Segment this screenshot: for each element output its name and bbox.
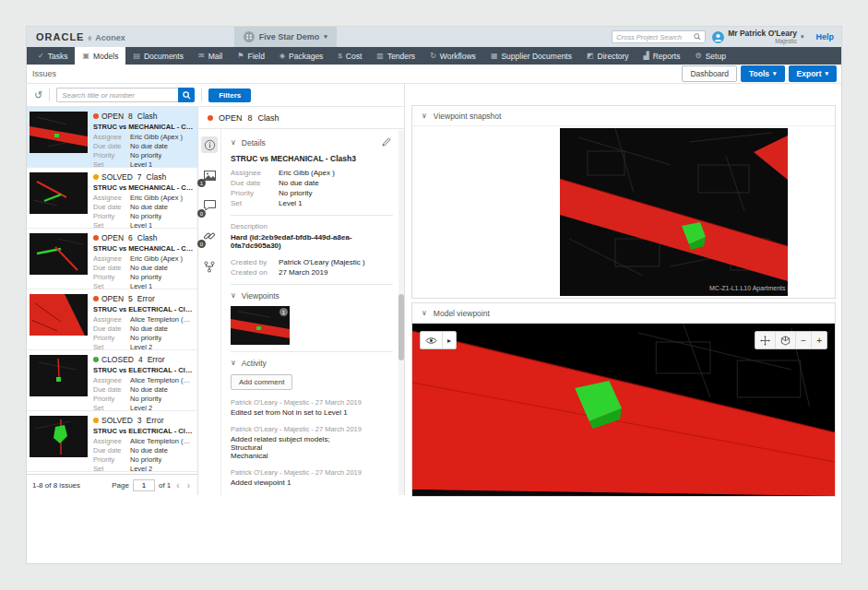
chevron-down-icon: ∨ xyxy=(422,112,427,120)
help-link[interactable]: Help xyxy=(815,32,834,41)
model-viewpoint-header[interactable]: ∨ Model viewpoint xyxy=(412,303,835,324)
pagination-bar: 1-8 of 8 issues Page of 1 ‹ › xyxy=(27,474,197,495)
tools-button[interactable]: Tools▾ xyxy=(741,65,785,82)
status-dot xyxy=(93,357,99,362)
viewpoint-snapshot-panel: ∨ Viewpoint snapshot xyxy=(411,105,836,299)
nav-tab-reports[interactable]: ▟Reports xyxy=(636,47,688,65)
nav-tab-tasks[interactable]: ✓Tasks xyxy=(30,47,75,65)
scrollbar-thumb[interactable] xyxy=(398,294,404,360)
user-organization: Majestic xyxy=(775,39,797,45)
nav-tab-packages[interactable]: ◈Packages xyxy=(272,47,331,65)
divider xyxy=(49,88,50,101)
model-render xyxy=(412,324,835,496)
activity-section-header[interactable]: ∨ Activity xyxy=(231,359,393,368)
packages-icon: ◈ xyxy=(279,52,285,60)
viewpoint-snapshot-title: Viewpoint snapshot xyxy=(434,112,502,121)
viewpoints-section-title: Viewpoints xyxy=(242,291,279,301)
refresh-icon[interactable]: ↺ xyxy=(34,90,42,100)
field-label: Due date xyxy=(93,142,130,151)
chevron-down-icon: ∨ xyxy=(422,310,427,317)
zoom-out-button[interactable]: − xyxy=(795,332,811,348)
chevron-down-icon: ▾ xyxy=(825,70,828,77)
issue-number: 6 xyxy=(128,233,133,242)
nav-tab-documents[interactable]: ▤Documents xyxy=(125,47,191,65)
issue-card-7[interactable]: SOLVED7Clash STRUC vs MECHANICAL - Clash… xyxy=(27,168,197,229)
user-menu[interactable]: Mr Patrick O'Leary Majestic ▾ xyxy=(712,30,803,44)
field-value: Alice Templeton (Enzic... xyxy=(130,437,194,446)
model-viewpoint-panel: ∨ Model viewpoint xyxy=(411,302,836,497)
page-actions: Dashboard Tools▾ Export▾ xyxy=(682,65,837,82)
issue-card-8[interactable]: OPEN8Clash STRUC vs MECHANICAL - Clash3 … xyxy=(27,107,197,168)
nav-label: Supplier Documents xyxy=(501,52,572,61)
field-label: Priority xyxy=(93,395,130,404)
export-button[interactable]: Export▾ xyxy=(789,65,837,82)
model-viewpoint-canvas[interactable]: ▸ − + xyxy=(412,324,835,496)
field-value: No priority xyxy=(130,334,161,343)
nav-tab-field[interactable]: ⚑Field xyxy=(230,47,272,65)
field-value: Alice Templeton (Enzic... xyxy=(130,315,194,324)
rail-viewpoints-tab[interactable]: 1 xyxy=(201,167,218,183)
nav-tab-mail[interactable]: ✉Mail xyxy=(191,47,230,65)
nav-tab-cost[interactable]: $Cost xyxy=(330,47,369,65)
field-value: Eric Gibb (Apex ) xyxy=(130,194,183,203)
filters-button[interactable]: Filters xyxy=(208,88,251,102)
cross-project-search[interactable] xyxy=(612,30,706,43)
page-number-input[interactable] xyxy=(133,479,155,491)
activity-entry: Patrick O'Leary - Majestic - 27 March 20… xyxy=(231,468,393,487)
field-label: Assignee xyxy=(93,376,130,385)
plus-icon: + xyxy=(816,336,822,346)
nav-tab-tenders[interactable]: ▥Tenders xyxy=(369,47,422,65)
orbit-button[interactable] xyxy=(775,332,795,348)
rail-info-tab[interactable] xyxy=(201,136,218,153)
field-label: Set xyxy=(231,198,279,208)
cross-project-search-input[interactable] xyxy=(616,33,691,41)
issue-title: STRUC vs MECHANICAL - Clash2 xyxy=(93,183,194,192)
nav-label: Tenders xyxy=(387,52,415,61)
issue-search-button[interactable] xyxy=(178,88,195,102)
dashboard-button-label: Dashboard xyxy=(690,69,729,78)
chevron-down-icon: ▾ xyxy=(773,70,777,77)
user-identity: Mr Patrick O'Leary Majestic xyxy=(728,30,797,44)
add-comment-button[interactable]: Add comment xyxy=(231,374,292,390)
viewpoints-section-header[interactable]: ∨ Viewpoints xyxy=(231,291,393,301)
field-value: No due date xyxy=(130,264,168,273)
chevron-down-icon: ∨ xyxy=(231,292,236,300)
detail-icon-rail: 1 0 0 xyxy=(198,129,221,495)
rail-related-tab[interactable] xyxy=(201,258,218,275)
issue-search-input[interactable] xyxy=(56,88,178,102)
next-page-icon[interactable]: › xyxy=(185,480,192,490)
issue-card-4[interactable]: CLOSED4Error STRUC vs ELECTRICAL - Clash… xyxy=(27,350,197,411)
issue-title: STRUC vs ELECTRICAL - Clash3 xyxy=(93,366,194,374)
edit-icon[interactable] xyxy=(382,137,391,148)
nav-tab-supplier-documents[interactable]: ▦Supplier Documents xyxy=(483,47,579,65)
field-label: Assignee xyxy=(93,194,130,203)
links-count-badge: 0 xyxy=(197,240,206,248)
viewpoint-thumbnail[interactable]: 1 xyxy=(231,306,290,345)
issue-card-3[interactable]: SOLVED3Error STRUC vs ELECTRICAL - Clash… xyxy=(27,411,197,472)
top-bar-right: Mr Patrick O'Leary Majestic ▾ Help xyxy=(612,30,834,44)
issue-type: Clash xyxy=(137,112,158,121)
rail-links-tab[interactable]: 0 xyxy=(201,228,218,244)
prev-page-icon[interactable]: ‹ xyxy=(174,480,181,490)
related-items-icon xyxy=(204,261,215,273)
details-section-header[interactable]: ∨ Details xyxy=(231,137,393,148)
zoom-in-button[interactable]: + xyxy=(811,332,826,348)
dashboard-button[interactable]: Dashboard xyxy=(682,65,737,82)
rail-comments-tab[interactable]: 0 xyxy=(201,197,218,214)
project-selector-tab[interactable]: Five Star Demo ▾ xyxy=(234,27,337,47)
nav-tab-workflows[interactable]: ↻Workflows xyxy=(422,47,483,65)
nav-tab-models[interactable]: ▣Models xyxy=(75,47,125,65)
detail-scrollbar[interactable] xyxy=(398,130,404,495)
nav-tab-setup[interactable]: ⚙Setup xyxy=(687,47,732,65)
issue-detail-body: 1 0 0 xyxy=(198,129,404,495)
aconex-app-window: ORACLE® Aconex Five Star Demo ▾ Mr Patri… xyxy=(26,26,842,564)
pan-button[interactable] xyxy=(755,332,775,348)
nav-tab-directory[interactable]: ◩Directory xyxy=(579,47,636,65)
viewpoint-snapshot-header[interactable]: ∨ Viewpoint snapshot xyxy=(412,106,835,126)
issue-card-6[interactable]: OPEN6Clash STRUC vs MECHANICAL - Clash1 … xyxy=(27,229,197,289)
status-dot xyxy=(93,113,99,119)
issue-number: 3 xyxy=(137,416,142,425)
visibility-button[interactable] xyxy=(421,332,442,348)
expand-toolbar-button[interactable]: ▸ xyxy=(442,332,456,348)
issue-card-5[interactable]: OPEN5Error STRUC vs ELECTRICAL - Clash4 … xyxy=(27,289,197,350)
